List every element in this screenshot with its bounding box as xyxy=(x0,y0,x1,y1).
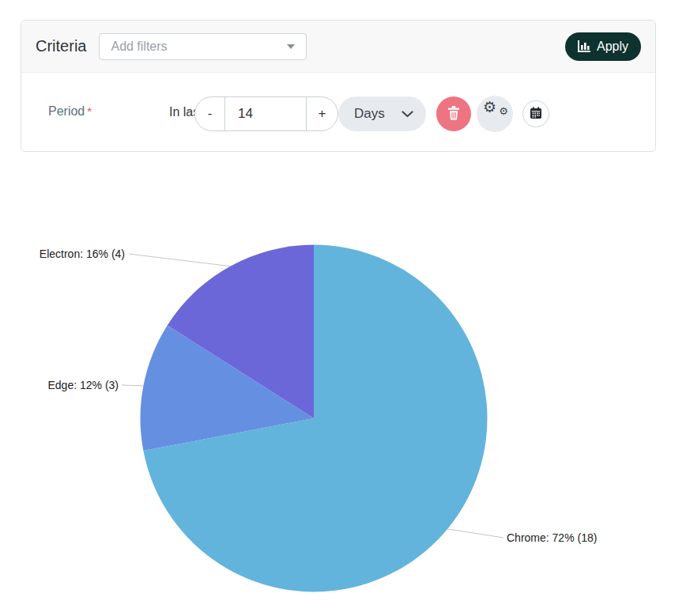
add-filters-placeholder: Add filters xyxy=(111,40,167,54)
period-unit-select[interactable]: Days xyxy=(338,96,426,131)
apply-button[interactable]: Apply xyxy=(565,32,641,61)
criteria-card: Criteria Add filters Apply Period* In la… xyxy=(21,20,656,152)
settings-button[interactable]: ⚙ ⚙ xyxy=(477,96,513,132)
period-value-input[interactable] xyxy=(224,97,307,130)
criteria-title: Criteria xyxy=(36,37,86,55)
trash-icon xyxy=(447,106,460,123)
gears-icon: ⚙ ⚙ xyxy=(483,103,507,125)
chevron-down-icon xyxy=(402,107,413,121)
required-asterisk: * xyxy=(87,104,92,118)
caret-down-icon xyxy=(287,44,295,49)
pie-connector-edge xyxy=(122,385,143,386)
calendar-button[interactable] xyxy=(522,100,549,127)
calendar-icon xyxy=(530,107,542,122)
increment-button[interactable]: + xyxy=(307,97,338,130)
delete-filter-button[interactable] xyxy=(436,96,471,131)
period-value-stepper: - + xyxy=(194,96,338,131)
apply-button-label: Apply xyxy=(597,40,628,54)
decrement-button[interactable]: - xyxy=(195,97,224,130)
pie-label-chrome: Chrome: 72% (18) xyxy=(507,531,597,544)
period-row: Period* In last - + Days xyxy=(21,73,655,152)
pie-connector-chrome xyxy=(447,529,503,538)
bar-chart-icon xyxy=(578,40,591,52)
pie-label-edge: Edge: 12% (3) xyxy=(32,379,119,391)
period-unit-value: Days xyxy=(354,106,385,122)
add-filters-select[interactable]: Add filters xyxy=(99,33,307,60)
pie-connector-electron xyxy=(129,254,230,266)
period-label: Period* xyxy=(48,104,92,119)
criteria-header: Criteria Add filters Apply xyxy=(21,21,655,73)
pie-label-electron: Electron: 16% (4) xyxy=(32,248,125,260)
